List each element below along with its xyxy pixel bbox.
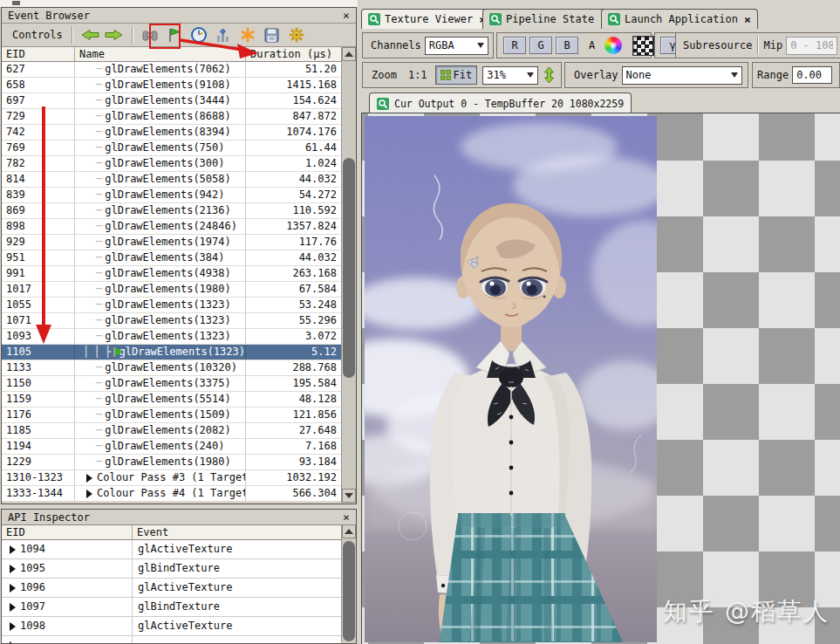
column-header-duration[interactable]: Duration (µs) xyxy=(246,47,341,61)
fit-label: Fit xyxy=(454,69,473,81)
event-row[interactable]: 769─glDrawElements(750)61.44 xyxy=(2,140,341,156)
api-row[interactable]: 1098glActiveTexture xyxy=(2,617,341,636)
column-header-name[interactable]: Name xyxy=(75,47,246,61)
event-duration: 117.76 xyxy=(246,235,341,250)
time-durations-clock-icon[interactable] xyxy=(188,25,209,45)
expand-chevron-icon[interactable] xyxy=(86,474,92,483)
zoom-group: Zoom 1:1 Fit 31% xyxy=(362,62,562,88)
event-row[interactable]: 1333-1344Colour Pass #4 (1 Targets)566.3… xyxy=(2,486,341,502)
event-name: glDrawElements(300) xyxy=(105,156,224,171)
color-wheel-icon[interactable] xyxy=(604,37,622,54)
green-channel-button[interactable]: G xyxy=(529,37,552,54)
expand-chevron-icon[interactable] xyxy=(86,490,92,498)
tab-texture-viewer[interactable]: Texture Viewer × xyxy=(361,9,493,29)
tab-pipeline-state[interactable]: Pipeline State × xyxy=(482,9,614,29)
event-row[interactable]: 1194─glDrawElements(240)7.168 xyxy=(2,439,341,455)
column-header-eid[interactable]: EID xyxy=(2,525,133,539)
event-row[interactable]: 869─glDrawElements(2136)110.592 xyxy=(2,203,341,219)
event-row[interactable]: 658─glDrawElements(9108)1415.168 xyxy=(2,78,341,93)
flip-y-icon[interactable] xyxy=(543,66,555,84)
event-duration: 1415.168 xyxy=(246,78,341,92)
scrollbar-thumb[interactable] xyxy=(343,158,355,378)
event-row[interactable]: 814─glDrawElements(5058)44.032 xyxy=(2,172,341,188)
blue-channel-button[interactable]: B xyxy=(556,37,578,54)
tab-launch-application[interactable]: Launch Application × xyxy=(601,9,758,29)
expand-chevron-icon[interactable] xyxy=(10,641,16,644)
expand-chevron-icon[interactable] xyxy=(10,584,16,593)
event-row[interactable]: 1133─glDrawElements(10320)288.768 xyxy=(2,360,341,376)
event-table-header[interactable]: EID Name Duration (µs) xyxy=(2,47,341,62)
mip-dropdown[interactable]: 0 - 1080x2259 xyxy=(786,37,837,55)
event-row[interactable]: 782─glDrawElements(300)1.024 xyxy=(2,156,341,172)
api-scrollbar[interactable] xyxy=(341,524,356,642)
scroll-up-button[interactable] xyxy=(342,47,356,61)
event-row[interactable]: 898─glDrawElements(24846)1357.824 xyxy=(2,219,341,235)
zoom-1to1-button[interactable]: 1:1 xyxy=(406,69,430,81)
current-output-tab[interactable]: Cur Output 0 - TempBuffer 20 1080x2259 xyxy=(369,92,632,113)
column-header-event[interactable]: Event xyxy=(133,525,341,539)
scroll-down-button[interactable] xyxy=(342,489,356,503)
event-eid: 1159 xyxy=(2,392,75,407)
texture-display-area[interactable]: 知乎 @稻草人 xyxy=(361,113,840,644)
expand-chevron-icon[interactable] xyxy=(10,603,16,612)
zoom-level-dropdown[interactable]: 31% xyxy=(482,66,538,85)
tree-tick: ─ xyxy=(96,203,102,218)
range-group: Range 0.00 xyxy=(752,62,840,88)
event-row[interactable]: 1105│ │ ├glDrawElements(1323)5.12 xyxy=(2,345,341,360)
api-inspector-titlebar[interactable]: API Inspector × xyxy=(2,510,356,525)
api-row[interactable]: 1094glActiveTexture xyxy=(2,540,341,559)
column-header-eid[interactable]: EID xyxy=(2,47,75,61)
event-row[interactable]: 1017─glDrawElements(1980)67.584 xyxy=(2,282,341,298)
close-icon[interactable]: × xyxy=(340,8,352,24)
event-browser-titlebar[interactable]: Event Browser × xyxy=(2,8,356,24)
overlay-group: Overlay None xyxy=(564,62,748,88)
save-icon[interactable] xyxy=(262,25,283,45)
api-row[interactable]: 1097glBindTexture xyxy=(2,598,341,617)
event-row[interactable]: 1150─glDrawElements(3375)195.584 xyxy=(2,376,341,392)
event-row[interactable]: 1185─glDrawElements(2082)27.648 xyxy=(2,423,341,439)
event-row[interactable]: 951─glDrawElements(384)44.032 xyxy=(2,250,341,266)
statistics-icon[interactable] xyxy=(213,25,234,45)
resolve-icon[interactable] xyxy=(237,25,258,45)
event-row[interactable]: 991─glDrawElements(4938)263.168 xyxy=(2,266,341,282)
overlay-dropdown[interactable]: None xyxy=(622,66,742,85)
chevron-down-icon xyxy=(527,72,534,78)
event-row[interactable]: 929─glDrawElements(1974)117.76 xyxy=(2,235,341,250)
settings-icon[interactable] xyxy=(286,25,307,45)
red-channel-button[interactable]: R xyxy=(503,37,526,54)
api-row[interactable]: 1096glActiveTexture xyxy=(2,579,341,598)
find-icon[interactable] xyxy=(140,25,160,45)
event-row[interactable]: 1159─glDrawElements(5514)48.128 xyxy=(2,392,341,408)
event-row[interactable]: 1071─glDrawElements(1323)55.296 xyxy=(2,313,341,329)
channels-dropdown[interactable]: RGBA xyxy=(425,37,488,55)
fit-button[interactable]: Fit xyxy=(435,65,478,85)
api-row[interactable] xyxy=(2,636,341,643)
expand-chevron-icon[interactable] xyxy=(10,545,16,554)
event-row[interactable]: 1229─glDrawElements(1980)93.184 xyxy=(2,455,341,470)
checkerboard-background-button[interactable] xyxy=(632,36,654,56)
forward-arrow-icon[interactable] xyxy=(104,25,125,45)
event-scrollbar[interactable] xyxy=(341,47,356,503)
bookmark-flag-icon[interactable] xyxy=(164,25,185,45)
event-row[interactable]: 729─glDrawElements(8688)847.872 xyxy=(2,109,341,125)
api-table-header[interactable]: EID Event xyxy=(2,524,341,540)
api-row[interactable]: 1095glBindTexture xyxy=(2,559,341,579)
event-row[interactable]: 742─glDrawElements(8394)1074.176 xyxy=(2,125,341,140)
alpha-channel-button[interactable]: A xyxy=(586,39,598,51)
expand-chevron-icon[interactable] xyxy=(10,622,16,631)
range-min-input[interactable]: 0.00 xyxy=(792,66,832,84)
event-eid: 1150 xyxy=(2,376,75,391)
event-row[interactable]: 1093─glDrawElements(1323)3.072 xyxy=(2,329,341,345)
event-row[interactable]: 839─glDrawElements(942)54.272 xyxy=(2,188,341,203)
event-row[interactable]: 1310-1323Colour Pass #3 (1 Targets)1032.… xyxy=(2,470,341,486)
event-row[interactable]: 1055─glDrawElements(1323)53.248 xyxy=(2,298,341,313)
back-arrow-icon[interactable] xyxy=(79,25,100,45)
expand-chevron-icon[interactable] xyxy=(10,565,16,573)
event-row[interactable]: 1176─glDrawElements(1509)121.856 xyxy=(2,408,341,423)
tab-close-icon[interactable]: × xyxy=(744,13,751,26)
event-row[interactable]: 697─glDrawElements(3444)154.624 xyxy=(2,93,341,109)
close-icon[interactable]: × xyxy=(340,510,352,525)
event-row[interactable]: 627─glDrawElements(7062)51.20 xyxy=(2,62,341,78)
scrollbar-thumb[interactable] xyxy=(343,541,355,641)
scroll-up-button[interactable] xyxy=(342,524,356,538)
